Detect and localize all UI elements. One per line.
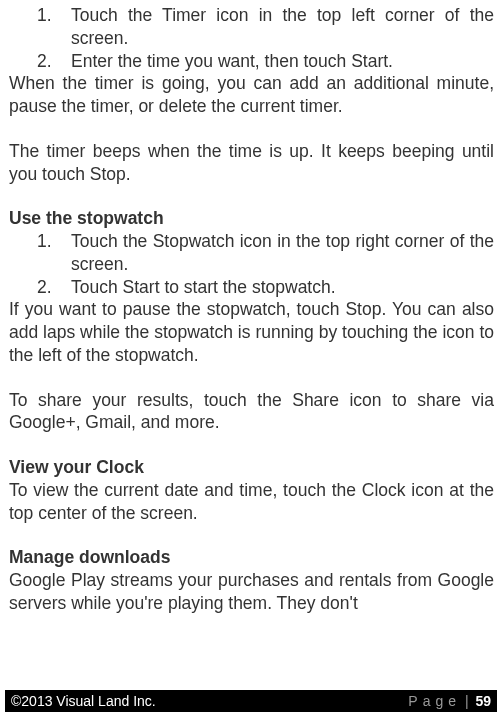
stopwatch-steps-list: Touch the Stopwatch icon in the top righ… bbox=[9, 230, 494, 298]
spacer bbox=[9, 185, 494, 207]
footer-separator: | bbox=[461, 693, 472, 709]
section-heading-stopwatch: Use the stopwatch bbox=[9, 207, 494, 230]
body-paragraph: If you want to pause the stopwatch, touc… bbox=[9, 298, 494, 366]
page-footer: ©2013 Visual Land Inc. Page | 59 bbox=[5, 690, 497, 712]
list-item: Touch the Timer icon in the top left cor… bbox=[9, 4, 494, 50]
list-item: Touch Start to start the stopwatch. bbox=[9, 276, 494, 299]
spacer bbox=[9, 524, 494, 546]
spacer bbox=[9, 434, 494, 456]
footer-copyright: ©2013 Visual Land Inc. bbox=[11, 692, 156, 710]
spacer bbox=[9, 367, 494, 389]
timer-steps-list: Touch the Timer icon in the top left cor… bbox=[9, 4, 494, 72]
footer-page-indicator: Page | 59 bbox=[408, 692, 491, 710]
section-heading-clock: View your Clock bbox=[9, 456, 494, 479]
page-content: Touch the Timer icon in the top left cor… bbox=[0, 0, 502, 615]
list-item: Enter the time you want, then touch Star… bbox=[9, 50, 494, 73]
body-paragraph: To view the current date and time, touch… bbox=[9, 479, 494, 525]
spacer bbox=[9, 118, 494, 140]
body-paragraph: To share your results, touch the Share i… bbox=[9, 389, 494, 435]
footer-page-number: 59 bbox=[475, 693, 491, 709]
list-item: Touch the Stopwatch icon in the top righ… bbox=[9, 230, 494, 276]
body-paragraph: Google Play streams your purchases and r… bbox=[9, 569, 494, 615]
footer-page-label: Page bbox=[408, 693, 461, 709]
section-heading-downloads: Manage downloads bbox=[9, 546, 494, 569]
body-paragraph: The timer beeps when the time is up. It … bbox=[9, 140, 494, 186]
body-paragraph: When the timer is going, you can add an … bbox=[9, 72, 494, 118]
